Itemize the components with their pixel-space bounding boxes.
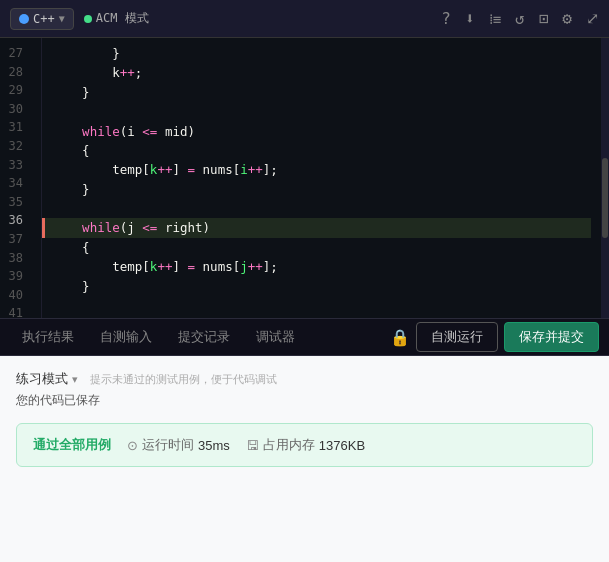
tab-execution-result[interactable]: 执行结果 [10,322,86,352]
tab-submit-history[interactable]: 提交记录 [166,322,242,352]
editor-scrollbar[interactable] [601,38,609,318]
line-num-27: 27 [0,44,31,63]
fullscreen-icon[interactable]: ⤢ [586,9,599,28]
clock-icon: ⊙ [127,438,138,453]
chevron-down-icon[interactable]: ▾ [72,373,78,386]
result-box: 通过全部用例 ⊙ 运行时间 35ms 🖫 占用内存 1376KB [16,423,593,467]
run-button[interactable]: 自测运行 [416,322,498,352]
memory-meta: 🖫 占用内存 1376KB [246,436,365,454]
line-num-32: 32 [0,137,31,156]
chevron-down-icon: ▼ [59,13,65,24]
save-status: 您的代码已保存 [16,392,593,409]
line-num-35: 35 [0,193,31,212]
language-selector[interactable]: C++ ▼ [10,8,74,30]
code-line-36: while(j <= right) [42,218,591,237]
help-icon[interactable]: ? [441,9,451,28]
line-numbers: 27 28 29 30 31 32 33 34 35 36 37 38 39 4… [0,38,42,318]
layout-icon[interactable]: ⊡ [539,9,549,28]
lock-icon: 🔒 [390,328,410,347]
time-value: 35ms [198,438,230,453]
line-num-29: 29 [0,81,31,100]
code-line-28: k++; [52,63,591,82]
code-line-39: } [52,277,591,296]
line-num-28: 28 [0,63,31,82]
practice-mode-hint: 提示未通过的测试用例，便于代码调试 [90,372,277,387]
code-line-38: temp[k++] = nums[j++]; [52,257,591,276]
code-line-37: { [52,238,591,257]
code-line-29: } [52,83,591,102]
code-line-35 [52,199,591,218]
toolbar: C++ ▼ ACM 模式 ? ⬇ ⁞≡ ↺ ⊡ ⚙ ⤢ [0,0,609,38]
code-line-41: for (i = left ; i <= right ; i++)▾ [52,315,591,318]
line-num-38: 38 [0,249,31,268]
toolbar-actions: ? ⬇ ⁞≡ ↺ ⊡ ⚙ ⤢ [441,9,599,28]
tab-bar: 执行结果 自测输入 提交记录 调试器 🔒 自测运行 保存并提交 [0,318,609,356]
line-num-41: 41 [0,304,31,318]
scrollbar-thumb[interactable] [602,158,608,238]
memory-icon: 🖫 [246,438,259,453]
code-line-32: { [52,141,591,160]
code-content[interactable]: } k++; } while(i <= mid) { temp[k++] = n… [42,38,601,318]
tab-actions: 🔒 自测运行 保存并提交 [390,322,599,352]
line-num-37: 37 [0,230,31,249]
time-meta: ⊙ 运行时间 35ms [127,436,230,454]
line-num-34: 34 [0,174,31,193]
settings-icon[interactable]: ⚙ [562,9,572,28]
format-icon[interactable]: ⁞≡ [489,11,501,27]
line-num-33: 33 [0,156,31,175]
results-panel: 练习模式 ▾ 提示未通过的测试用例，便于代码调试 您的代码已保存 通过全部用例 … [0,356,609,562]
pass-badge: 通过全部用例 [33,436,111,454]
mode-badge: ACM 模式 [84,10,149,27]
code-line-40 [52,296,591,315]
mode-dot-icon [84,15,92,23]
code-line-27: } [52,44,591,63]
download-icon[interactable]: ⬇ [465,9,475,28]
code-line-30 [52,102,591,121]
language-label: C++ [33,12,55,26]
lang-circle-icon [19,14,29,24]
time-label: 运行时间 [142,436,194,454]
line-num-36: 36 [0,211,31,230]
refresh-icon[interactable]: ↺ [515,9,525,28]
memory-label: 占用内存 [263,436,315,454]
code-line-33: temp[k++] = nums[i++]; [52,160,591,179]
tab-debugger[interactable]: 调试器 [244,322,307,352]
line-num-30: 30 [0,100,31,119]
code-editor: 27 28 29 30 31 32 33 34 35 36 37 38 39 4… [0,38,609,318]
line-num-40: 40 [0,286,31,305]
practice-mode-row: 练习模式 ▾ 提示未通过的测试用例，便于代码调试 [16,370,593,388]
submit-button[interactable]: 保存并提交 [504,322,599,352]
tab-test-input[interactable]: 自测输入 [88,322,164,352]
code-line-31: while(i <= mid) [52,122,591,141]
practice-mode-label: 练习模式 [16,370,68,388]
mode-label: ACM 模式 [96,10,149,27]
line-num-39: 39 [0,267,31,286]
code-line-34: } [52,180,591,199]
memory-value: 1376KB [319,438,365,453]
line-num-31: 31 [0,118,31,137]
